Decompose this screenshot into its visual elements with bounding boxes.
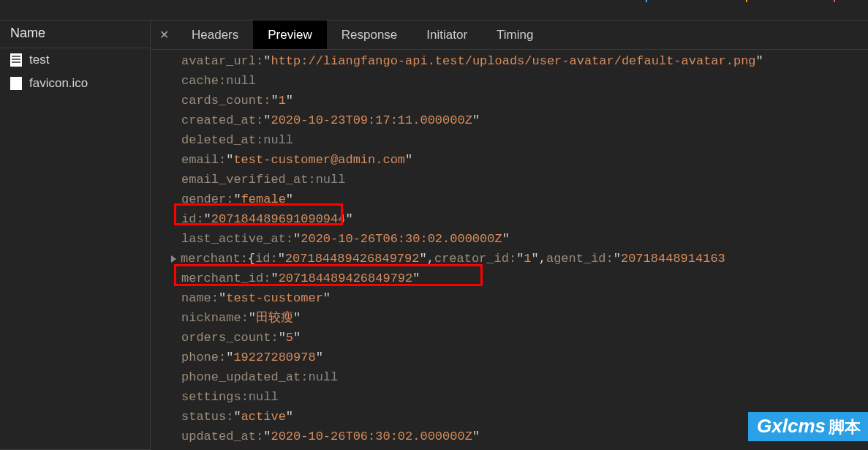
request-label: test bbox=[29, 53, 49, 67]
watermark-brand: Gxlcms bbox=[757, 415, 826, 437]
expand-icon[interactable] bbox=[171, 255, 176, 263]
json-value: null bbox=[263, 130, 293, 150]
json-value: null bbox=[316, 170, 346, 190]
json-key: settings bbox=[181, 387, 241, 407]
json-value: 5 bbox=[286, 328, 293, 348]
json-key: id bbox=[255, 249, 270, 269]
file-icon bbox=[10, 77, 22, 90]
json-value: 1 bbox=[524, 249, 531, 269]
tab-response[interactable]: Response bbox=[327, 20, 412, 49]
json-value: 2020-10-26T06:30:02.000000Z bbox=[271, 427, 472, 446]
json-key: creator_id bbox=[434, 249, 509, 269]
json-key: email bbox=[181, 150, 219, 170]
json-key: email_verified_at bbox=[181, 170, 308, 190]
tab-timing[interactable]: Timing bbox=[482, 20, 548, 49]
json-value: null bbox=[249, 387, 279, 407]
json-value: null bbox=[308, 367, 338, 387]
json-value: test-customer@admin.com bbox=[233, 150, 405, 170]
json-key: id bbox=[181, 209, 196, 229]
top-strip bbox=[0, 0, 868, 20]
json-key: cache bbox=[181, 71, 219, 91]
json-key: deleted_at bbox=[181, 130, 256, 150]
json-key: updated_at bbox=[181, 427, 256, 446]
json-key: merchant_id bbox=[181, 269, 263, 288]
json-value: 2020-10-23T09:17:11.000000Z bbox=[271, 110, 472, 130]
json-value: 207184489691090944 bbox=[211, 209, 346, 229]
json-value: 207184489426849792 bbox=[285, 249, 420, 269]
tab-initiator[interactable]: Initiator bbox=[412, 20, 482, 49]
json-value: null bbox=[226, 71, 256, 91]
json-value: 田较瘦 bbox=[256, 308, 293, 328]
sidebar-header[interactable]: Name bbox=[0, 20, 150, 48]
json-value: 2020-10-26T06:30:02.000000Z bbox=[301, 229, 502, 249]
json-value: test-customer bbox=[226, 288, 323, 308]
json-value: female bbox=[241, 190, 286, 209]
json-key: created_at bbox=[181, 110, 256, 130]
detail-tabs: ✕ Headers Preview Response Initiator Tim… bbox=[151, 20, 868, 50]
marker-red bbox=[834, 0, 835, 2]
tab-headers[interactable]: Headers bbox=[177, 20, 253, 49]
close-icon[interactable]: ✕ bbox=[151, 28, 177, 42]
json-preview[interactable]: avatar_url: "http://liangfango-api.test/… bbox=[151, 50, 868, 450]
json-value: http://liangfango-api.test/uploads/user-… bbox=[271, 51, 755, 71]
json-key: avatar_url bbox=[181, 51, 256, 71]
json-value: 207184489426849792 bbox=[279, 269, 413, 288]
json-key: gender bbox=[181, 190, 226, 209]
network-sidebar: Name test favicon.ico bbox=[0, 20, 151, 450]
json-key: name bbox=[181, 288, 211, 308]
json-key: phone bbox=[181, 348, 219, 367]
json-key: phone_updated_at bbox=[181, 367, 301, 387]
watermark-suffix: 脚本 bbox=[829, 418, 861, 436]
json-value: 1 bbox=[279, 91, 286, 110]
document-icon bbox=[10, 53, 22, 67]
json-value: 20718448914163 bbox=[621, 249, 725, 269]
marker-orange bbox=[746, 0, 747, 2]
json-key: orders_count bbox=[181, 328, 271, 348]
json-value: 19227280978 bbox=[233, 348, 315, 367]
json-key: cards_count bbox=[181, 91, 263, 110]
json-key: status bbox=[181, 407, 226, 427]
marker-blue bbox=[646, 0, 647, 2]
json-key: agent_id bbox=[546, 249, 606, 269]
request-label: favicon.ico bbox=[29, 76, 88, 91]
request-item-favicon[interactable]: favicon.ico bbox=[0, 72, 150, 95]
json-key: last_active_at bbox=[181, 229, 286, 249]
request-item-test[interactable]: test bbox=[0, 48, 150, 72]
json-value: active bbox=[241, 407, 286, 427]
watermark: Gxlcms脚本 bbox=[748, 412, 868, 441]
tab-preview[interactable]: Preview bbox=[253, 20, 326, 49]
json-key: nickname bbox=[181, 308, 241, 328]
json-key: merchant bbox=[181, 249, 241, 269]
